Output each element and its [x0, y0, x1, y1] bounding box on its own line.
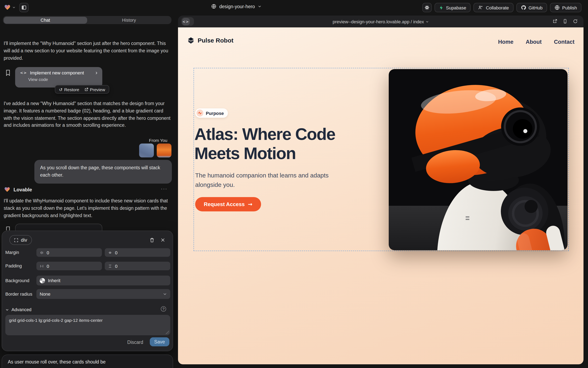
open-in-new-tab-icon[interactable] [552, 19, 557, 24]
border-radius-value: None [40, 292, 160, 296]
sidebar-toggle-button[interactable] [19, 3, 29, 12]
nav-contact[interactable]: Contact [554, 39, 575, 45]
tab-chat[interactable]: Chat [3, 17, 87, 24]
publish-globe-icon [554, 5, 560, 10]
restore-button[interactable]: ↺ Restore [59, 87, 79, 92]
lovable-logo-icon[interactable] [4, 4, 11, 11]
website-canvas: Pulse Robot Home About Contact Purpose A… [178, 28, 584, 364]
preview-frame: <> preview--design-your-hero.lovable.app… [178, 16, 584, 364]
advanced-toggle[interactable]: Advanced [5, 307, 31, 312]
preview-actions [552, 19, 578, 24]
github-icon [521, 5, 526, 10]
margin-y-input[interactable] [105, 248, 170, 257]
transparency-checker-icon [40, 278, 45, 283]
restore-icon: ↺ [59, 87, 63, 92]
message-menu-button[interactable]: ··· [161, 186, 167, 192]
help-icon[interactable]: ? [161, 306, 166, 312]
gear-icon [424, 5, 430, 10]
background-label: Background [5, 278, 29, 283]
hero-title: Atlas: Where Code Meets Motion [194, 125, 335, 163]
margin-x-input[interactable] [37, 248, 102, 257]
border-radius-label: Border radius [5, 292, 32, 296]
project-selector[interactable]: design-your-hero [211, 4, 261, 9]
code-icon: <> [20, 71, 27, 75]
hero-robot-image [389, 69, 568, 250]
assistant-message-1: I'll implement the "Why Humanoid" sectio… [4, 40, 171, 62]
mobile-view-icon[interactable] [563, 19, 568, 24]
save-button[interactable]: Save [150, 337, 169, 346]
user-message-bubble: As you scroll down the page, these compo… [34, 160, 172, 183]
tab-history[interactable]: History [87, 17, 171, 24]
margin-vertical-icon [108, 250, 112, 255]
margin-label: Margin [5, 250, 19, 255]
padding-horizontal-icon [40, 264, 44, 268]
nav-home[interactable]: Home [498, 39, 513, 45]
selected-element-pill[interactable]: div [9, 235, 32, 245]
publish-button[interactable]: Publish [550, 3, 581, 12]
select-chevron-down-icon [163, 292, 167, 296]
hero-subtitle: The humanoid companion that learns and a… [195, 171, 346, 190]
resize-handle[interactable] [166, 331, 169, 334]
pulse-icon [196, 110, 203, 117]
project-name: design-your-hero [219, 4, 255, 9]
chat-composer: As user mouse roll over, these cards sho… [2, 355, 173, 368]
supabase-button[interactable]: Supabase [435, 3, 471, 12]
chat-sidebar: Chat History I'll implement the "Why Hum… [0, 15, 175, 368]
app-window: design-your-hero [0, 0, 588, 368]
site-brand-name: Pulse Robot [198, 37, 233, 44]
request-access-button[interactable]: Request Access → [195, 197, 261, 212]
layers-icon [187, 37, 194, 44]
refresh-icon[interactable] [573, 19, 578, 24]
settings-button[interactable] [422, 3, 432, 12]
lovable-heart-icon [4, 186, 10, 193]
site-logo[interactable]: Pulse Robot [187, 37, 233, 44]
advanced-label: Advanced [11, 307, 31, 312]
bookmark-icon[interactable] [5, 70, 11, 76]
github-button[interactable]: GitHub [516, 3, 547, 12]
composer-input[interactable]: As user mouse roll over, these cards sho… [8, 359, 105, 364]
close-panel-button[interactable] [161, 238, 165, 242]
assistant-message-3: I'll update the WhyHumanoid component to… [4, 197, 171, 219]
view-code-link[interactable]: View code [28, 77, 98, 82]
element-inspector-panel: div Margin Padd [2, 231, 173, 351]
element-outline-icon [14, 238, 18, 242]
address-chevron-down-icon [426, 20, 429, 23]
chevron-right-icon [95, 71, 98, 75]
background-value: Inherit [48, 278, 60, 283]
discard-button[interactable]: Discard [127, 340, 143, 345]
bookmark-icon-2[interactable] [5, 226, 11, 231]
attachment-thumbnail-blue[interactable] [139, 144, 154, 157]
attachment-thumbnail-orange[interactable] [157, 144, 171, 157]
preview-address-bar[interactable]: preview--design-your-hero.lovable.app / … [178, 16, 584, 28]
classes-textarea[interactable]: grid grid-cols-1 lg:grid-cols-2 gap-12 i… [5, 315, 170, 335]
assistant-message-2: I've added a new "Why Humanoid" section … [4, 100, 171, 129]
site-nav: Home About Contact [498, 39, 575, 45]
arrow-right-icon: → [248, 201, 252, 207]
preview-button[interactable]: Preview [84, 87, 105, 92]
margin-horizontal-icon [40, 250, 44, 255]
collaborate-button[interactable]: Collaborate [474, 3, 513, 12]
padding-vertical-icon [108, 264, 112, 268]
padding-label: Padding [5, 263, 22, 268]
padding-y-input[interactable] [105, 262, 170, 270]
people-plus-icon [478, 5, 484, 10]
component-card-title: Implement new component [30, 70, 92, 75]
preview-toolbar: <> preview--design-your-hero.lovable.app… [178, 16, 584, 28]
background-input[interactable]: Inherit [37, 276, 170, 285]
component-card[interactable]: <> Implement new component View code [15, 67, 102, 88]
logo-chevron-down-icon[interactable] [12, 6, 16, 9]
nav-about[interactable]: About [526, 39, 542, 45]
padding-x-input[interactable] [37, 262, 102, 270]
project-chevron-down-icon [258, 4, 261, 8]
advanced-chevron-down-icon [5, 308, 9, 311]
top-bar-actions: Supabase Collaborate GitHub Publish [422, 3, 581, 12]
delete-element-button[interactable] [149, 237, 155, 243]
border-radius-select[interactable]: None [37, 289, 170, 299]
top-bar: design-your-hero [0, 0, 588, 15]
element-tag: div [21, 237, 27, 243]
chat-history-tabs: Chat History [3, 16, 171, 24]
preview-url: preview--design-your-hero.lovable.app / … [333, 19, 424, 24]
hero-badge[interactable]: Purpose [195, 108, 228, 118]
assistant-name: Lovable [13, 187, 32, 192]
from-you-label: From You [149, 138, 167, 143]
